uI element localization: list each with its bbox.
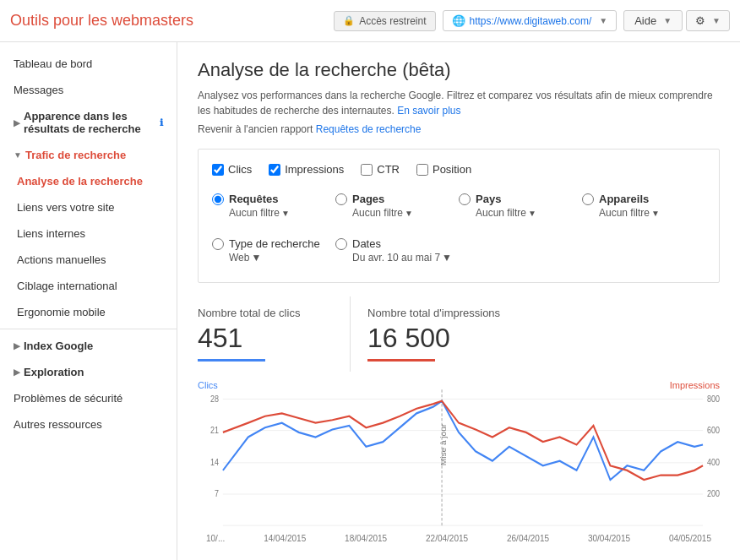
learn-more-link[interactable]: En savoir plus xyxy=(397,105,460,117)
back-link-container: Revenir à l'ancien rapport Requêtes de r… xyxy=(198,123,720,135)
checkbox-clics-label: Clics xyxy=(228,163,252,176)
radio-pays-text: Pays xyxy=(476,193,501,205)
radio-type-sub[interactable]: Web ▼ xyxy=(212,252,335,264)
app-title: Outils pour les webmasters xyxy=(10,12,193,30)
sidebar-item-ergonomie[interactable]: Ergonomie mobile xyxy=(0,299,177,325)
sidebar-label-liens-vers: Liens vers votre site xyxy=(17,201,115,214)
stat-impressions-value: 16 500 xyxy=(367,323,500,354)
radio-appareils: Appareils Aucun filtre ▼ xyxy=(582,188,705,224)
radio-pays-label[interactable]: Pays xyxy=(459,193,582,205)
stat-impressions: Nombre total d'impressions 16 500 xyxy=(350,296,517,372)
sidebar-item-autres[interactable]: Autres ressources xyxy=(0,411,177,438)
checkbox-position-label: Position xyxy=(433,163,471,176)
sidebar-item-liens-internes[interactable]: Liens internes xyxy=(0,220,177,247)
radio-requetes-input[interactable] xyxy=(212,193,224,205)
chart-svg: 28 21 14 7 800 600 400 200 Mise à jour xyxy=(198,380,720,532)
filters-card: Clics Impressions CTR Position xyxy=(198,149,720,283)
access-badge: 🔒 Accès restreint xyxy=(334,11,435,31)
x-label-5: 30/04/2015 xyxy=(588,534,630,543)
checkbox-position[interactable]: Position xyxy=(416,163,471,176)
radio-dates: Dates Du avr. 10 au mai 7 ▼ xyxy=(335,232,459,269)
radio-dates-label[interactable]: Dates xyxy=(335,237,459,250)
svg-text:7: 7 xyxy=(215,489,219,499)
radio-dates-sub[interactable]: Du avr. 10 au mai 7 ▼ xyxy=(335,252,459,264)
sidebar-label-analyse: Analyse de la recherche xyxy=(17,175,143,188)
radio-pays-input[interactable] xyxy=(459,193,471,205)
pays-filter-arrow: ▼ xyxy=(528,209,536,218)
stat-impressions-bar xyxy=(367,359,435,362)
radio-type-label[interactable]: Type de recherche xyxy=(212,237,335,250)
checkbox-impressions-input[interactable] xyxy=(269,164,280,176)
checkbox-impressions[interactable]: Impressions xyxy=(269,163,344,176)
chart-label-impressions: Impressions xyxy=(670,380,720,390)
arrow-icon-exploration: ▶ xyxy=(14,367,20,377)
appareils-filter-arrow: ▼ xyxy=(651,209,660,218)
radio-pages: Pages Aucun filtre ▼ xyxy=(335,188,459,224)
chart-x-labels: 10/... 14/04/2015 18/04/2015 22/04/2015 … xyxy=(198,534,720,543)
checkbox-clics-input[interactable] xyxy=(212,164,224,176)
sidebar-item-liens-vers[interactable]: Liens vers votre site xyxy=(0,194,177,220)
chart-container: Clics Impressions 28 21 14 7 800 600 400… xyxy=(198,380,720,549)
radio-pays-filter[interactable]: Aucun filtre ▼ xyxy=(459,207,582,219)
radio-row1: Requêtes Aucun filtre ▼ Pages Aucun filt… xyxy=(212,188,705,224)
clics-line xyxy=(223,401,703,480)
sidebar-label-messages: Messages xyxy=(14,84,63,96)
favicon-icon: 🌐 xyxy=(452,14,465,27)
x-label-6: 04/05/2015 xyxy=(669,534,711,543)
help-label: Aide xyxy=(634,14,656,27)
sidebar-label-index: Index Google xyxy=(24,340,93,352)
radio-appareils-label[interactable]: Appareils xyxy=(582,193,705,205)
svg-text:400: 400 xyxy=(707,458,720,468)
sidebar-item-analyse[interactable]: Analyse de la recherche xyxy=(0,168,177,194)
sidebar-item-actions[interactable]: Actions manuelles xyxy=(0,247,177,273)
url-bar[interactable]: 🌐 https://www.digitaweb.com/ ▼ xyxy=(443,10,618,31)
sidebar-section-apparence[interactable]: ▶ Apparence dans les résultats de recher… xyxy=(0,103,177,142)
radio-type-text: Type de recherche xyxy=(229,237,320,250)
radio-appareils-filter[interactable]: Aucun filtre ▼ xyxy=(582,207,705,219)
sidebar-label-liens-internes: Liens internes xyxy=(17,227,85,240)
radio-requetes-text: Requêtes xyxy=(229,193,279,205)
radio-dates-input[interactable] xyxy=(335,238,347,250)
checkbox-ctr[interactable]: CTR xyxy=(361,163,400,176)
checkbox-ctr-input[interactable] xyxy=(361,164,373,176)
sidebar: Tableau de bord Messages ▶ Apparence dan… xyxy=(0,42,177,560)
arrow-icon-index: ▶ xyxy=(14,341,20,351)
sidebar-section-trafic[interactable]: ▼ Trafic de recherche xyxy=(0,142,177,168)
help-button[interactable]: Aide ▼ xyxy=(623,10,683,31)
radio-type-input[interactable] xyxy=(212,238,224,250)
sidebar-section-index[interactable]: ▶ Index Google xyxy=(0,333,177,359)
gear-button[interactable]: ⚙ ▼ xyxy=(686,10,730,31)
sidebar-item-ciblage[interactable]: Ciblage international xyxy=(0,273,177,299)
sidebar-label-exploration: Exploration xyxy=(24,366,84,378)
checkbox-clics[interactable]: Clics xyxy=(212,163,252,176)
sidebar-item-tableau[interactable]: Tableau de bord xyxy=(0,51,177,77)
sidebar-section-exploration[interactable]: ▶ Exploration xyxy=(0,359,177,385)
svg-text:Mise à jour: Mise à jour xyxy=(439,423,448,465)
header: Outils pour les webmasters 🔒 Accès restr… xyxy=(0,0,740,42)
radio-pages-label[interactable]: Pages xyxy=(335,193,459,205)
checkbox-position-input[interactable] xyxy=(416,164,428,176)
radio-requetes-label[interactable]: Requêtes xyxy=(212,193,335,205)
url-text: https://www.digitaweb.com/ xyxy=(470,15,592,27)
radio-pages-input[interactable] xyxy=(335,193,347,205)
url-dropdown-icon[interactable]: ▼ xyxy=(599,16,607,25)
radio-dates-text: Dates xyxy=(352,237,381,250)
sidebar-item-messages[interactable]: Messages xyxy=(0,77,177,103)
checkbox-row: Clics Impressions CTR Position xyxy=(212,163,705,176)
access-label: Accès restreint xyxy=(359,15,426,27)
radio-row2: Type de recherche Web ▼ Dates Du avr. 10… xyxy=(212,232,705,269)
dates-sub-arrow: ▼ xyxy=(442,252,452,264)
radio-appareils-input[interactable] xyxy=(582,193,594,205)
arrow-icon-trafic: ▼ xyxy=(14,150,22,160)
info-icon-apparence: ℹ xyxy=(160,117,163,128)
radio-requetes-filter[interactable]: Aucun filtre ▼ xyxy=(212,207,335,219)
svg-text:28: 28 xyxy=(210,394,219,404)
main-content: Analyse de la recherche (bêta) Analysez … xyxy=(177,42,740,560)
radio-pays: Pays Aucun filtre ▼ xyxy=(459,188,582,224)
back-link[interactable]: Requêtes de recherche xyxy=(316,123,422,135)
radio-pages-filter[interactable]: Aucun filtre ▼ xyxy=(335,207,459,219)
sidebar-label-autres: Autres ressources xyxy=(14,418,102,431)
svg-text:200: 200 xyxy=(707,489,720,499)
gear-icon: ⚙ xyxy=(695,14,705,27)
sidebar-item-problemes[interactable]: Problèmes de sécurité xyxy=(0,385,177,411)
